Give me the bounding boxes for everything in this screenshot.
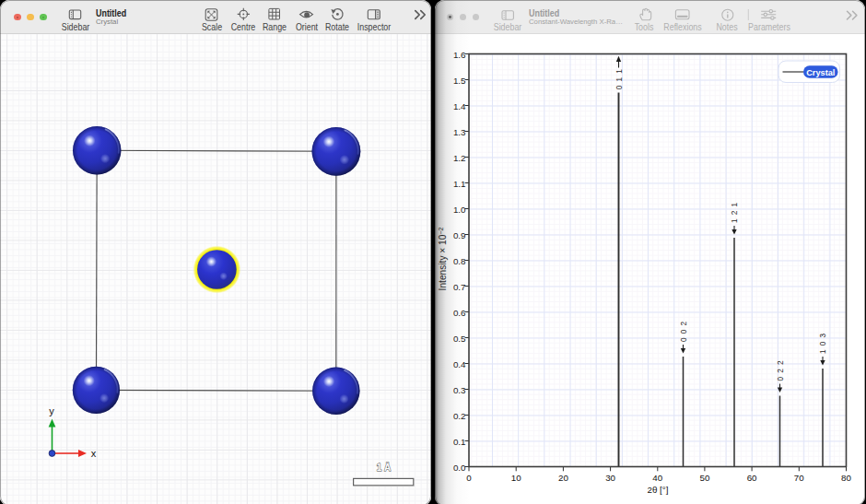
svg-text:0.8: 0.8 [453, 256, 466, 266]
svg-text:y: y [49, 405, 54, 416]
svg-text:1.1: 1.1 [453, 179, 466, 189]
svg-text:1.4: 1.4 [453, 101, 466, 111]
svg-text:60: 60 [747, 473, 757, 483]
svg-text:Crystal: Crystal [806, 68, 835, 77]
svg-text:1 0 3: 1 0 3 [818, 333, 827, 354]
svg-text:0 2 2: 0 2 2 [776, 360, 785, 381]
svg-text:20: 20 [558, 473, 568, 483]
svg-text:x: x [91, 448, 97, 459]
svg-text:50: 50 [699, 473, 709, 483]
svg-text:2θ [°]: 2θ [°] [648, 485, 669, 495]
svg-text:1.5: 1.5 [453, 76, 466, 86]
svg-text:0.3: 0.3 [453, 385, 466, 395]
svg-text:0.4: 0.4 [453, 359, 466, 369]
svg-text:1.3: 1.3 [453, 127, 466, 137]
svg-text:0.7: 0.7 [453, 282, 466, 292]
svg-text:80: 80 [841, 473, 851, 483]
svg-text:0.5: 0.5 [453, 334, 466, 344]
svg-text:0.1: 0.1 [453, 437, 466, 447]
svg-text:0 0 2: 0 0 2 [679, 321, 688, 342]
svg-text:0.9: 0.9 [453, 230, 466, 240]
svg-text:1.0: 1.0 [453, 205, 466, 215]
svg-text:0.6: 0.6 [453, 308, 466, 318]
svg-text:1 Å: 1 Å [377, 462, 392, 473]
svg-text:0: 0 [466, 473, 472, 483]
svg-text:70: 70 [794, 473, 804, 483]
svg-text:1.2: 1.2 [453, 153, 466, 163]
svg-text:30: 30 [605, 473, 615, 483]
svg-text:1.6: 1.6 [453, 50, 466, 60]
svg-text:0.0: 0.0 [453, 463, 466, 473]
svg-text:0.2: 0.2 [453, 411, 466, 421]
svg-text:10: 10 [511, 473, 521, 483]
svg-text:1 2 1: 1 2 1 [730, 202, 739, 223]
svg-text:40: 40 [652, 473, 662, 483]
svg-text:0 1 1: 0 1 1 [614, 68, 624, 89]
svg-text:Intensity × 10−2: Intensity × 10−2 [438, 227, 448, 290]
